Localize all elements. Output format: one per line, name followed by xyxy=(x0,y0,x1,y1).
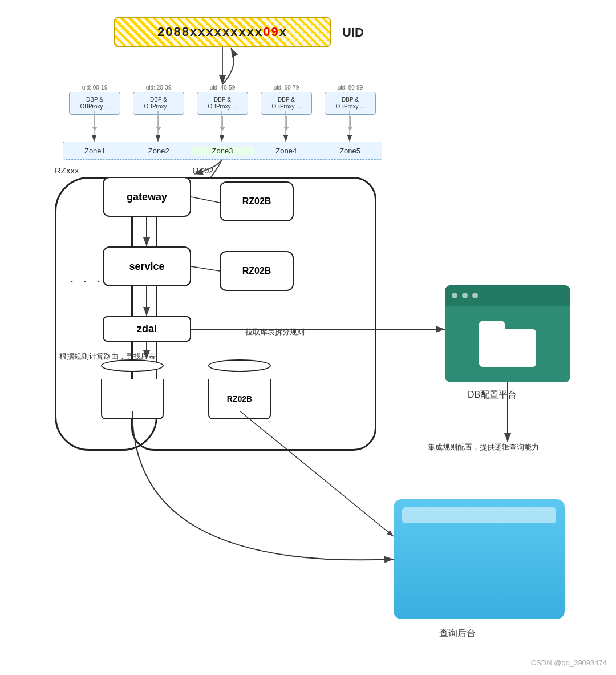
folder-icon xyxy=(479,321,536,367)
zone-uid-label-4: uid: 60-79 xyxy=(274,84,299,91)
zone-uid-label-5: uid: 80-99 xyxy=(338,84,363,91)
zone-col-3: uid: 40-59 DBP &OBProxy ... xyxy=(191,84,254,128)
csdn-watermark: CSDN @qq_39093474 xyxy=(531,658,607,667)
zone-segment-2: Zone2 xyxy=(127,147,191,155)
zone-box-4: DBP &OBProxy ... xyxy=(261,92,312,115)
zone-uid-label-1: uid: 00-19 xyxy=(82,84,107,91)
db-config-label: DB配置平台 xyxy=(468,389,517,401)
zone-segment-1: Zone1 xyxy=(63,147,127,155)
uid-prefix: 2088xxxxxxxxx xyxy=(157,25,263,39)
query-titlebar xyxy=(402,507,556,523)
zones-bar: Zone1 Zone2 Zone3 Zone4 Zone5 xyxy=(63,142,382,160)
zone-segment-3: Zone3 xyxy=(191,147,255,155)
db-cylinder-main xyxy=(101,359,164,411)
zone-col-4: uid: 60-79 DBP &OBProxy ... xyxy=(254,84,318,128)
uid-label: UID xyxy=(342,25,364,40)
db-cylinder-rz02b: RZ02B xyxy=(208,359,271,411)
zone-col-2: uid: 20-39 DBP &OBProxy ... xyxy=(127,84,191,128)
rz02b-box-1: RZ02B xyxy=(220,181,294,221)
service-box: service xyxy=(103,246,191,286)
cyl-body-rz02b: RZ02B xyxy=(208,379,271,419)
uid-highlight: 09 xyxy=(263,25,279,39)
rz02b-box-2: RZ02B xyxy=(220,251,294,291)
zone-box-2: DBP &OBProxy ... xyxy=(133,92,184,115)
query-backend-box xyxy=(394,499,565,619)
zone-uid-label-2: uid: 20-39 xyxy=(146,84,171,91)
zone-segment-4: Zone4 xyxy=(254,147,318,155)
folder-tab xyxy=(479,321,505,329)
zones-row: uid: 00-19 DBP &OBProxy ... uid: 20-39 D… xyxy=(63,84,382,128)
rz02-label: RZ02 xyxy=(193,165,214,175)
db-config-dot-2 xyxy=(462,293,468,298)
pull-rules-label: 拉取库表拆分规则 xyxy=(245,327,305,337)
db-config-dot-1 xyxy=(452,293,457,298)
zone-uid-label-3: uid: 40-59 xyxy=(210,84,235,91)
dots-label: · · · xyxy=(70,272,103,290)
zone-arrow-1 xyxy=(94,116,95,127)
zone-col-1: uid: 00-19 DBP &OBProxy ... xyxy=(63,84,127,128)
db-config-body xyxy=(445,306,570,382)
zone-box-5: DBP &OBProxy ... xyxy=(325,92,376,115)
folder-body xyxy=(479,329,536,367)
uid-box: 2088xxxxxxxxx09x xyxy=(114,17,331,47)
routing-label: 根据规则计算路由，寻找库表 xyxy=(59,351,156,362)
db-config-box xyxy=(445,285,570,382)
zone-box-3: DBP &OBProxy ... xyxy=(197,92,248,115)
db-config-dot-3 xyxy=(472,293,478,298)
gateway-box: gateway xyxy=(103,177,191,217)
zdal-box: zdal xyxy=(103,316,191,342)
db-config-titlebar xyxy=(445,285,570,306)
diagram-container: 2088xxxxxxxxx09x UID uid: 00-19 DBP &OBP… xyxy=(0,0,616,675)
zone-arrow-3 xyxy=(222,116,223,127)
zone-box-1: DBP &OBProxy ... xyxy=(69,92,120,115)
rzxxx-label: RZxxx xyxy=(55,165,79,175)
uid-suffix: x xyxy=(279,25,287,39)
zone-arrow-2 xyxy=(158,116,159,127)
zone-arrow-5 xyxy=(350,116,351,127)
integration-label: 集成规则配置，提供逻辑查询能力 xyxy=(428,442,539,452)
query-backend-label: 查询后台 xyxy=(439,628,476,640)
cyl-top-rz02b xyxy=(208,359,271,372)
zone-arrow-4 xyxy=(286,116,287,127)
zone-col-5: uid: 80-99 DBP &OBProxy ... xyxy=(318,84,382,128)
zone-segment-5: Zone5 xyxy=(318,147,382,155)
cyl-body-main xyxy=(101,379,164,419)
